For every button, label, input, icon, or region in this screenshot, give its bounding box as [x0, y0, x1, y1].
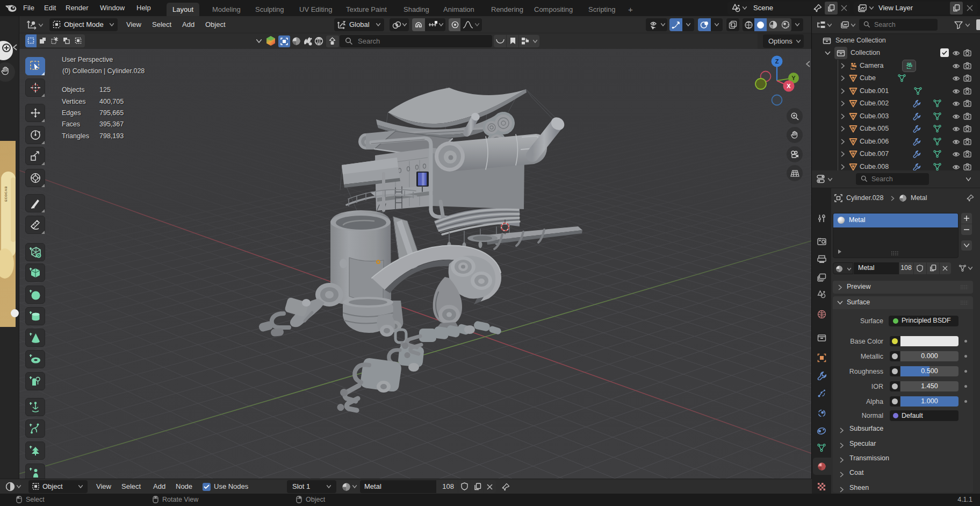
svg-text:Z: Z [775, 58, 779, 65]
svg-text:Y: Y [791, 75, 796, 81]
svg-text:X: X [787, 83, 791, 89]
